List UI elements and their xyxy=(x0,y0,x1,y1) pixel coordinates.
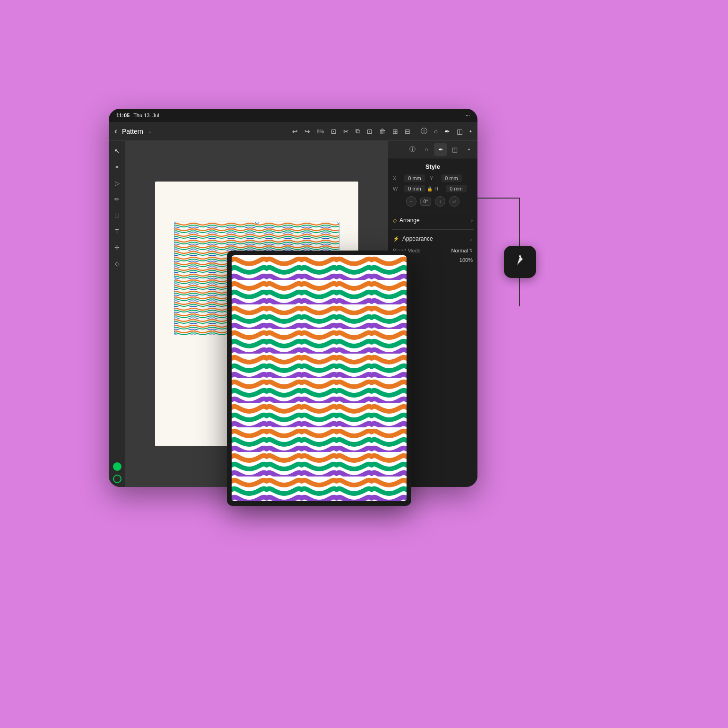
tab-settings[interactable]: • xyxy=(462,143,476,156)
coords-row-wh: W 0 mm 🔒 H 0 mm xyxy=(388,183,477,194)
handle-tl[interactable] xyxy=(174,222,176,224)
x-value[interactable]: 0 mm xyxy=(404,174,425,182)
status-bar: 11:05 Thu 13. Jul ··· xyxy=(109,109,477,122)
panel-title: Style xyxy=(388,158,477,173)
arrange-label: ◇ Arrange xyxy=(393,217,420,224)
coords-row-xy: X 0 mm Y 0 mm xyxy=(388,173,477,183)
crop-icon[interactable]: ⊡ xyxy=(329,127,338,136)
app-toolbar: ‹ Pattern ⌄ ↩ ↪ 8% ⊡ ✂ ⧉ ⊡ 🗑 ⊞ ⊟ ⓘ ○ ✒ ◫… xyxy=(109,122,477,141)
plus-tool[interactable]: ✛ xyxy=(111,241,123,253)
rect-tool[interactable]: □ xyxy=(111,209,123,221)
svg-rect-3 xyxy=(232,255,407,501)
large-wave-svg xyxy=(232,255,407,501)
x-label: X xyxy=(393,175,402,181)
color-fill-indicator[interactable] xyxy=(113,462,121,471)
w-value[interactable]: 0 mm xyxy=(404,185,425,192)
appearance-label: ⚡ Appearance xyxy=(393,235,433,242)
pen-icon-svg xyxy=(511,253,529,270)
info-icon[interactable]: ⓘ xyxy=(419,126,429,137)
text-tool[interactable]: T xyxy=(111,225,123,237)
redo-button[interactable]: ↪ xyxy=(303,127,312,136)
opacity-value[interactable]: 100% xyxy=(459,257,473,263)
pen-tool[interactable]: ✦ xyxy=(111,161,123,173)
tab-circle[interactable]: ○ xyxy=(420,143,433,156)
back-button[interactable]: ‹ xyxy=(113,126,119,136)
cut-icon[interactable]: ✂ xyxy=(341,127,351,136)
flip-h-button[interactable]: ↔ xyxy=(406,196,416,207)
pen-icon-button[interactable] xyxy=(504,246,536,278)
tab-layers[interactable]: ◫ xyxy=(448,143,461,156)
pen-tool-icon[interactable]: ✒ xyxy=(442,127,452,136)
document-title[interactable]: Pattern xyxy=(122,128,143,135)
appearance-arrow: ⌄ xyxy=(469,236,473,242)
svg-point-1 xyxy=(519,255,521,257)
left-sidebar: ↖ ✦ ▷ ✏ □ T ✛ ◇ xyxy=(109,141,126,487)
divider-1 xyxy=(392,211,474,211)
arrange-arrow: › xyxy=(471,218,473,223)
status-date: Thu 13. Jul xyxy=(133,113,159,118)
blend-mode-arrows: ⇅ xyxy=(469,248,473,253)
appearance-section[interactable]: ⚡ Appearance ⌄ xyxy=(388,232,477,246)
zoom-percent: 8% xyxy=(315,128,326,135)
dropdown-arrow[interactable]: ⌄ xyxy=(148,129,152,134)
circle-icon[interactable]: ○ xyxy=(432,127,440,136)
divider-2 xyxy=(392,229,474,230)
delete-icon[interactable]: 🗑 xyxy=(377,127,388,136)
h-label: H xyxy=(434,186,444,191)
add-icon[interactable]: ⊞ xyxy=(390,127,400,136)
layers-icon[interactable]: ◫ xyxy=(455,127,465,136)
w-label: W xyxy=(393,186,402,191)
share-icon[interactable]: ⊟ xyxy=(403,127,412,136)
shape-tool[interactable]: ▷ xyxy=(111,177,123,189)
pencil-tool[interactable]: ✏ xyxy=(111,193,123,205)
copy-icon[interactable]: ⧉ xyxy=(354,126,362,136)
transform-controls: ↔ 0° ↕ ⇌ xyxy=(388,194,477,209)
scene: 11:05 Thu 13. Jul ··· ‹ Pattern ⌄ ↩ ↪ 8%… xyxy=(80,80,648,648)
handle-tm[interactable] xyxy=(255,222,259,224)
tab-info[interactable]: ⓘ xyxy=(406,143,419,156)
mirror-button[interactable]: ⇌ xyxy=(449,196,459,207)
h-value[interactable]: 0 mm xyxy=(446,185,467,192)
paste-icon[interactable]: ⊡ xyxy=(365,127,374,136)
undo-button[interactable]: ↩ xyxy=(290,127,300,136)
y-label: Y xyxy=(430,175,439,181)
connector-h xyxy=(477,198,520,199)
large-pattern-card xyxy=(227,251,411,506)
handle-lm[interactable] xyxy=(174,277,176,280)
settings-icon[interactable]: • xyxy=(468,127,474,136)
status-dots: ··· xyxy=(466,113,470,118)
color-stroke-indicator[interactable] xyxy=(113,475,121,483)
handle-tr[interactable] xyxy=(338,222,339,224)
y-value[interactable]: 0 mm xyxy=(441,174,462,182)
large-pattern-inner xyxy=(232,255,407,501)
select-tool[interactable]: ↖ xyxy=(111,145,123,157)
panel-tabs: ⓘ ○ ✒ ◫ • xyxy=(388,141,477,158)
handle-bl[interactable] xyxy=(174,333,176,335)
diamond-tool[interactable]: ◇ xyxy=(111,257,123,269)
arrange-section[interactable]: ◇ Arrange › xyxy=(388,213,477,227)
flip-v-button[interactable]: ↕ xyxy=(435,196,445,207)
lock-icon[interactable]: 🔒 xyxy=(427,186,433,191)
tab-style[interactable]: ✒ xyxy=(434,143,447,156)
angle-value[interactable]: 0° xyxy=(420,198,432,206)
status-time: 11:05 xyxy=(116,113,130,118)
blend-mode-value[interactable]: Normal ⇅ xyxy=(451,248,473,253)
